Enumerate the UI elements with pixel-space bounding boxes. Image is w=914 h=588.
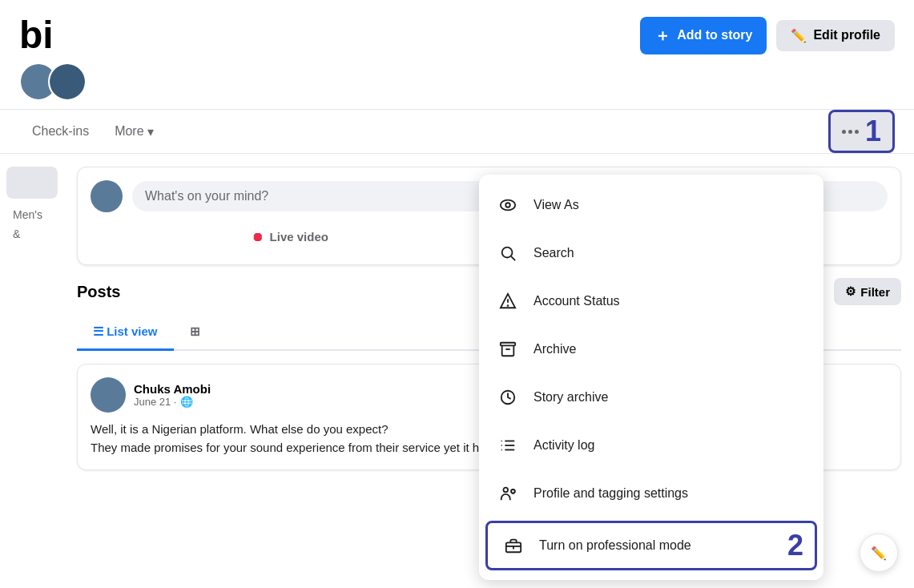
eye-icon	[493, 191, 522, 219]
grid-view-icon: ⊞	[190, 324, 200, 338]
svg-point-6	[508, 305, 509, 306]
svg-point-0	[501, 200, 515, 211]
more-options-button[interactable]: 1	[828, 110, 895, 153]
archive-icon	[493, 335, 522, 364]
menu-item-label-archive: Archive	[534, 342, 576, 356]
menu-item-professional-mode[interactable]: Turn on professional mode2	[485, 521, 817, 570]
svg-point-1	[505, 203, 510, 207]
sidebar-label-mens: Men's	[6, 205, 58, 224]
svg-rect-7	[501, 343, 515, 346]
menu-item-story-archive[interactable]: Story archive	[479, 373, 823, 421]
svg-point-16	[504, 488, 509, 493]
step-1-number: 1	[865, 117, 881, 146]
tab-grid-view[interactable]: ⊞	[174, 315, 216, 349]
menu-item-activity-log[interactable]: Activity log	[479, 421, 823, 469]
nav-item-checkins[interactable]: Check-ins	[19, 115, 102, 148]
warning-icon	[493, 287, 522, 316]
avatar-2	[48, 62, 87, 101]
live-video-button[interactable]: ⏺ Live video	[91, 222, 489, 252]
add-to-story-button[interactable]: ＋ Add to story	[640, 17, 767, 54]
svg-point-2	[502, 248, 513, 258]
menu-item-label-activity-log: Activity log	[534, 438, 594, 453]
live-video-icon: ⏺	[252, 230, 264, 244]
filter-button[interactable]: ⚙ Filter	[834, 278, 901, 305]
edit-fab-icon: ✏️	[871, 546, 887, 561]
filter-label: Filter	[860, 285, 890, 299]
menu-item-account-status[interactable]: Account Status	[479, 277, 823, 325]
menu-item-label-account-status: Account Status	[534, 294, 620, 308]
post-author-name: Chuks Amobi	[134, 382, 211, 396]
menu-item-label-search: Search	[534, 246, 574, 260]
filter-icon: ⚙	[845, 284, 856, 299]
post-author-avatar	[91, 377, 126, 413]
three-dots-icon	[842, 130, 859, 134]
list-icon	[493, 431, 522, 460]
list-view-icon: ☰	[93, 324, 107, 338]
nav-item-more[interactable]: More ▾	[102, 115, 166, 149]
post-date: June 21 · 🌐	[134, 396, 211, 408]
add-story-label: Add to story	[677, 28, 752, 42]
edit-profile-label: Edit profile	[813, 28, 880, 42]
pencil-icon: ✏️	[791, 28, 807, 43]
nav-bar: Check-ins More ▾ 1	[0, 109, 914, 154]
sidebar: Men's &	[0, 167, 64, 470]
step-2-number: 2	[787, 531, 803, 560]
list-view-label: List view	[107, 324, 157, 338]
menu-item-search[interactable]: Search	[479, 229, 823, 277]
globe-icon: 🌐	[180, 396, 193, 408]
svg-line-3	[511, 256, 515, 260]
briefcase-icon	[499, 531, 528, 560]
tab-list-view[interactable]: ☰ List view	[77, 315, 174, 351]
menu-item-label-view-as: View As	[534, 198, 579, 212]
edit-profile-button[interactable]: ✏️ Edit profile	[776, 20, 895, 51]
more-label: More	[115, 124, 143, 139]
header-area: bi ＋ Add to story ✏️ Edit profile	[0, 0, 914, 62]
plus-icon: ＋	[654, 25, 670, 46]
chevron-down-icon: ▾	[147, 124, 154, 139]
menu-item-archive[interactable]: Archive	[479, 325, 823, 373]
clock-icon	[493, 383, 522, 412]
avatars-row	[0, 62, 914, 109]
edit-fab-button[interactable]: ✏️	[860, 534, 898, 572]
menu-item-label-profile-tagging: Profile and tagging settings	[534, 486, 688, 501]
dropdown-menu: View AsSearchAccount StatusArchiveStory …	[479, 175, 823, 580]
page-title: bi	[19, 16, 54, 54]
header-buttons: ＋ Add to story ✏️ Edit profile	[640, 17, 895, 54]
menu-item-view-as[interactable]: View As	[479, 181, 823, 229]
gear-person-icon	[493, 479, 522, 508]
menu-item-profile-tagging[interactable]: Profile and tagging settings	[479, 469, 823, 518]
menu-item-label-story-archive: Story archive	[534, 390, 608, 405]
menu-item-label-professional-mode: Turn on professional mode	[539, 538, 691, 553]
compose-avatar	[91, 180, 123, 212]
search-icon	[493, 239, 522, 268]
posts-title: Posts	[77, 283, 120, 301]
live-video-label: Live video	[270, 230, 328, 244]
post-meta: Chuks Amobi June 21 · 🌐	[134, 382, 211, 408]
sidebar-label-amp: &	[6, 224, 58, 244]
